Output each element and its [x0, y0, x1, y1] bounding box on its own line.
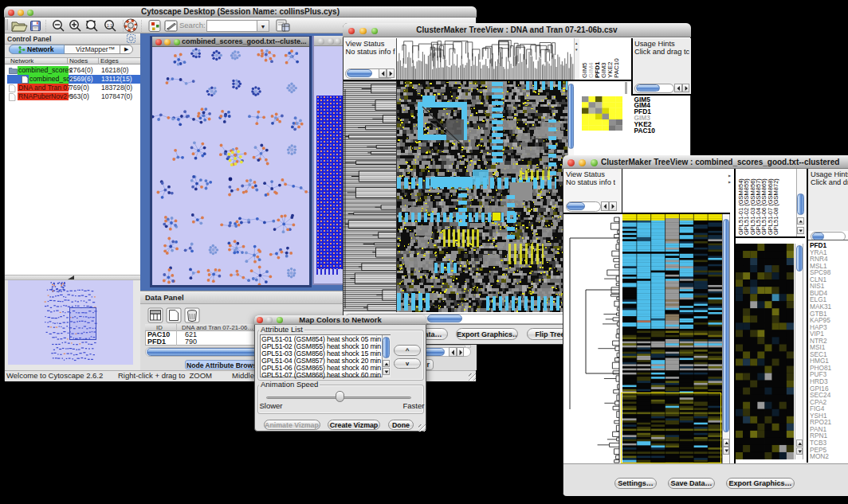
svg-text:1:1: 1:1: [107, 23, 112, 28]
